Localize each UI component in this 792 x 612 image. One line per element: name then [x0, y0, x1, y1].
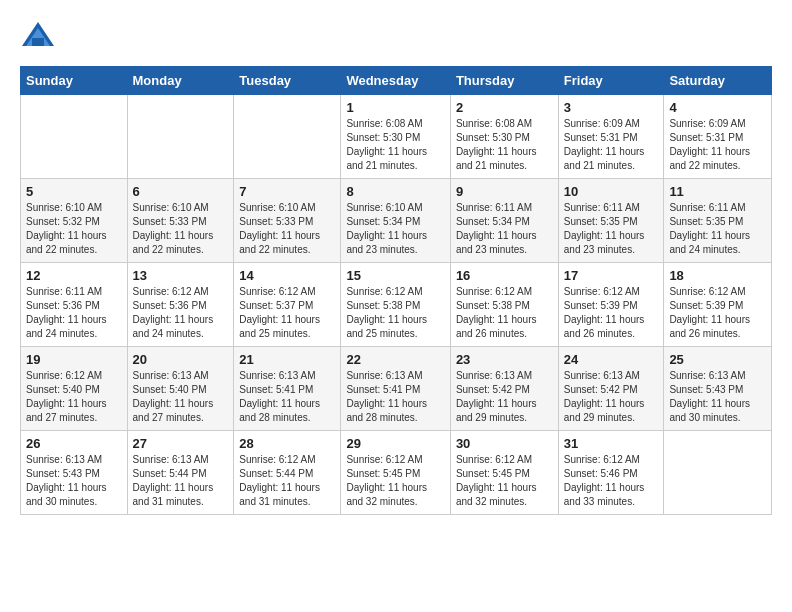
calendar-day-cell: 12Sunrise: 6:11 AM Sunset: 5:36 PM Dayli…: [21, 263, 128, 347]
day-number: 2: [456, 100, 553, 115]
day-number: 18: [669, 268, 766, 283]
day-number: 7: [239, 184, 335, 199]
day-detail: Sunrise: 6:12 AM Sunset: 5:37 PM Dayligh…: [239, 285, 335, 341]
calendar-day-cell: 8Sunrise: 6:10 AM Sunset: 5:34 PM Daylig…: [341, 179, 450, 263]
day-detail: Sunrise: 6:11 AM Sunset: 5:35 PM Dayligh…: [564, 201, 659, 257]
day-header-thursday: Thursday: [450, 67, 558, 95]
day-number: 29: [346, 436, 444, 451]
calendar-day-cell: 15Sunrise: 6:12 AM Sunset: 5:38 PM Dayli…: [341, 263, 450, 347]
calendar-header-row: SundayMondayTuesdayWednesdayThursdayFrid…: [21, 67, 772, 95]
day-number: 3: [564, 100, 659, 115]
calendar-week-row: 1Sunrise: 6:08 AM Sunset: 5:30 PM Daylig…: [21, 95, 772, 179]
day-detail: Sunrise: 6:10 AM Sunset: 5:32 PM Dayligh…: [26, 201, 122, 257]
day-number: 15: [346, 268, 444, 283]
calendar-day-cell: 17Sunrise: 6:12 AM Sunset: 5:39 PM Dayli…: [558, 263, 664, 347]
calendar-week-row: 12Sunrise: 6:11 AM Sunset: 5:36 PM Dayli…: [21, 263, 772, 347]
day-header-friday: Friday: [558, 67, 664, 95]
day-number: 20: [133, 352, 229, 367]
day-detail: Sunrise: 6:13 AM Sunset: 5:41 PM Dayligh…: [346, 369, 444, 425]
logo: [20, 18, 60, 54]
calendar-day-cell: 20Sunrise: 6:13 AM Sunset: 5:40 PM Dayli…: [127, 347, 234, 431]
calendar-day-cell: 13Sunrise: 6:12 AM Sunset: 5:36 PM Dayli…: [127, 263, 234, 347]
day-detail: Sunrise: 6:08 AM Sunset: 5:30 PM Dayligh…: [346, 117, 444, 173]
calendar-day-cell: 26Sunrise: 6:13 AM Sunset: 5:43 PM Dayli…: [21, 431, 128, 515]
day-number: 26: [26, 436, 122, 451]
calendar-day-cell: 2Sunrise: 6:08 AM Sunset: 5:30 PM Daylig…: [450, 95, 558, 179]
day-detail: Sunrise: 6:11 AM Sunset: 5:36 PM Dayligh…: [26, 285, 122, 341]
day-detail: Sunrise: 6:11 AM Sunset: 5:35 PM Dayligh…: [669, 201, 766, 257]
svg-rect-2: [32, 38, 44, 46]
day-number: 6: [133, 184, 229, 199]
day-number: 25: [669, 352, 766, 367]
day-detail: Sunrise: 6:13 AM Sunset: 5:43 PM Dayligh…: [669, 369, 766, 425]
day-detail: Sunrise: 6:13 AM Sunset: 5:42 PM Dayligh…: [564, 369, 659, 425]
day-number: 30: [456, 436, 553, 451]
day-number: 16: [456, 268, 553, 283]
day-detail: Sunrise: 6:08 AM Sunset: 5:30 PM Dayligh…: [456, 117, 553, 173]
day-number: 28: [239, 436, 335, 451]
day-detail: Sunrise: 6:13 AM Sunset: 5:42 PM Dayligh…: [456, 369, 553, 425]
day-number: 27: [133, 436, 229, 451]
day-number: 31: [564, 436, 659, 451]
calendar-day-cell: 6Sunrise: 6:10 AM Sunset: 5:33 PM Daylig…: [127, 179, 234, 263]
day-detail: Sunrise: 6:12 AM Sunset: 5:39 PM Dayligh…: [564, 285, 659, 341]
calendar-day-cell: 22Sunrise: 6:13 AM Sunset: 5:41 PM Dayli…: [341, 347, 450, 431]
calendar-day-cell: 11Sunrise: 6:11 AM Sunset: 5:35 PM Dayli…: [664, 179, 772, 263]
day-number: 23: [456, 352, 553, 367]
calendar-week-row: 5Sunrise: 6:10 AM Sunset: 5:32 PM Daylig…: [21, 179, 772, 263]
page: SundayMondayTuesdayWednesdayThursdayFrid…: [0, 0, 792, 612]
calendar-table: SundayMondayTuesdayWednesdayThursdayFrid…: [20, 66, 772, 515]
day-detail: Sunrise: 6:10 AM Sunset: 5:33 PM Dayligh…: [133, 201, 229, 257]
day-detail: Sunrise: 6:12 AM Sunset: 5:38 PM Dayligh…: [346, 285, 444, 341]
calendar-day-cell: 25Sunrise: 6:13 AM Sunset: 5:43 PM Dayli…: [664, 347, 772, 431]
header: [20, 18, 772, 54]
calendar-day-cell: 1Sunrise: 6:08 AM Sunset: 5:30 PM Daylig…: [341, 95, 450, 179]
calendar-day-cell: 21Sunrise: 6:13 AM Sunset: 5:41 PM Dayli…: [234, 347, 341, 431]
calendar-week-row: 19Sunrise: 6:12 AM Sunset: 5:40 PM Dayli…: [21, 347, 772, 431]
day-detail: Sunrise: 6:13 AM Sunset: 5:43 PM Dayligh…: [26, 453, 122, 509]
day-number: 10: [564, 184, 659, 199]
day-detail: Sunrise: 6:09 AM Sunset: 5:31 PM Dayligh…: [564, 117, 659, 173]
day-detail: Sunrise: 6:12 AM Sunset: 5:40 PM Dayligh…: [26, 369, 122, 425]
day-header-tuesday: Tuesday: [234, 67, 341, 95]
calendar-day-cell: 23Sunrise: 6:13 AM Sunset: 5:42 PM Dayli…: [450, 347, 558, 431]
calendar-day-cell: [127, 95, 234, 179]
day-detail: Sunrise: 6:12 AM Sunset: 5:39 PM Dayligh…: [669, 285, 766, 341]
calendar-day-cell: 14Sunrise: 6:12 AM Sunset: 5:37 PM Dayli…: [234, 263, 341, 347]
day-number: 1: [346, 100, 444, 115]
calendar-day-cell: 27Sunrise: 6:13 AM Sunset: 5:44 PM Dayli…: [127, 431, 234, 515]
calendar-day-cell: 18Sunrise: 6:12 AM Sunset: 5:39 PM Dayli…: [664, 263, 772, 347]
calendar-day-cell: [664, 431, 772, 515]
calendar-day-cell: 31Sunrise: 6:12 AM Sunset: 5:46 PM Dayli…: [558, 431, 664, 515]
day-header-saturday: Saturday: [664, 67, 772, 95]
day-detail: Sunrise: 6:12 AM Sunset: 5:36 PM Dayligh…: [133, 285, 229, 341]
day-detail: Sunrise: 6:13 AM Sunset: 5:44 PM Dayligh…: [133, 453, 229, 509]
day-number: 8: [346, 184, 444, 199]
day-detail: Sunrise: 6:10 AM Sunset: 5:34 PM Dayligh…: [346, 201, 444, 257]
day-number: 14: [239, 268, 335, 283]
day-number: 13: [133, 268, 229, 283]
day-header-monday: Monday: [127, 67, 234, 95]
calendar-day-cell: 9Sunrise: 6:11 AM Sunset: 5:34 PM Daylig…: [450, 179, 558, 263]
day-number: 5: [26, 184, 122, 199]
calendar-week-row: 26Sunrise: 6:13 AM Sunset: 5:43 PM Dayli…: [21, 431, 772, 515]
day-number: 19: [26, 352, 122, 367]
day-number: 4: [669, 100, 766, 115]
day-number: 21: [239, 352, 335, 367]
day-number: 9: [456, 184, 553, 199]
calendar-day-cell: 24Sunrise: 6:13 AM Sunset: 5:42 PM Dayli…: [558, 347, 664, 431]
day-detail: Sunrise: 6:13 AM Sunset: 5:40 PM Dayligh…: [133, 369, 229, 425]
calendar-day-cell: 30Sunrise: 6:12 AM Sunset: 5:45 PM Dayli…: [450, 431, 558, 515]
day-detail: Sunrise: 6:12 AM Sunset: 5:44 PM Dayligh…: [239, 453, 335, 509]
calendar-day-cell: 7Sunrise: 6:10 AM Sunset: 5:33 PM Daylig…: [234, 179, 341, 263]
day-detail: Sunrise: 6:13 AM Sunset: 5:41 PM Dayligh…: [239, 369, 335, 425]
day-detail: Sunrise: 6:12 AM Sunset: 5:46 PM Dayligh…: [564, 453, 659, 509]
logo-icon: [20, 18, 56, 54]
day-detail: Sunrise: 6:11 AM Sunset: 5:34 PM Dayligh…: [456, 201, 553, 257]
day-number: 17: [564, 268, 659, 283]
day-detail: Sunrise: 6:12 AM Sunset: 5:45 PM Dayligh…: [456, 453, 553, 509]
day-number: 12: [26, 268, 122, 283]
day-number: 24: [564, 352, 659, 367]
calendar-day-cell: 29Sunrise: 6:12 AM Sunset: 5:45 PM Dayli…: [341, 431, 450, 515]
day-number: 22: [346, 352, 444, 367]
